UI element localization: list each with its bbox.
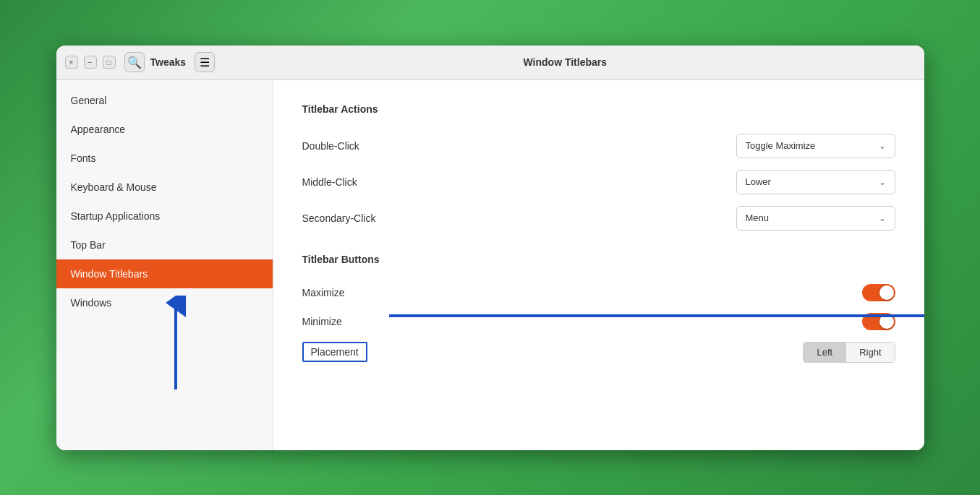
middle-click-label: Middle-Click (302, 176, 357, 188)
maximize-label: Maximize (302, 287, 345, 298)
dropdown-arrow-3: ⌄ (879, 213, 886, 223)
sidebar-item-top-bar[interactable]: Top Bar (56, 231, 273, 259)
app-title: Tweaks (150, 56, 187, 68)
hamburger-icon: ☰ (200, 56, 210, 69)
close-icon: × (69, 59, 74, 66)
sidebar-item-fonts[interactable]: Fonts (56, 144, 273, 173)
maximize-toggle[interactable] (862, 284, 895, 301)
titlebar: × − □ 🔍 Tweaks ☰ Window Titlebars (56, 46, 924, 80)
sidebar-item-general[interactable]: General (56, 86, 273, 115)
dropdown-arrow-1: ⌄ (879, 141, 886, 151)
minimize-button[interactable]: − (84, 56, 97, 69)
page-title: Window Titlebars (215, 56, 915, 68)
secondary-click-dropdown[interactable]: Menu ⌄ (736, 206, 895, 231)
placement-right-button[interactable]: Right (845, 343, 894, 362)
section-titlebar-buttons: Titlebar Buttons (302, 254, 895, 265)
double-click-dropdown[interactable]: Toggle Maximize ⌄ (736, 134, 895, 158)
window-controls: × − □ (65, 56, 116, 69)
middle-click-row: Middle-Click Lower ⌄ (302, 164, 895, 200)
content-area: Titlebar Actions Double-Click Toggle Max… (273, 80, 924, 450)
search-icon: 🔍 (127, 56, 142, 69)
close-button[interactable]: × (65, 56, 78, 69)
menu-button[interactable]: ☰ (195, 52, 215, 72)
placement-button-group: Left Right (803, 342, 895, 363)
sidebar: General Appearance Fonts Keyboard & Mous… (56, 80, 273, 450)
placement-label: Placement (302, 342, 367, 362)
maximize-icon: □ (106, 59, 111, 66)
minimize-icon: − (88, 59, 93, 66)
sidebar-item-appearance[interactable]: Appearance (56, 115, 273, 144)
sidebar-item-startup-applications[interactable]: Startup Applications (56, 202, 273, 231)
double-click-value: Toggle Maximize (746, 140, 816, 151)
main-window: × − □ 🔍 Tweaks ☰ Window Titlebars Genera… (56, 46, 924, 450)
section-titlebar-actions: Titlebar Actions (302, 103, 895, 115)
placement-row: Placement Left Right (302, 336, 895, 369)
main-content: General Appearance Fonts Keyboard & Mous… (56, 80, 924, 450)
middle-click-value: Lower (746, 176, 771, 187)
secondary-click-row: Secondary-Click Menu ⌄ (302, 200, 895, 236)
dropdown-arrow-2: ⌄ (879, 177, 886, 187)
sidebar-item-window-titlebars[interactable]: Window Titlebars (56, 259, 273, 288)
middle-click-dropdown[interactable]: Lower ⌄ (736, 170, 895, 194)
placement-left-button[interactable]: Left (804, 343, 845, 362)
double-click-row: Double-Click Toggle Maximize ⌄ (302, 128, 895, 164)
search-button[interactable]: 🔍 (124, 52, 145, 72)
double-click-label: Double-Click (302, 140, 359, 152)
maximize-button[interactable]: □ (103, 56, 116, 69)
secondary-click-value: Menu (746, 212, 770, 223)
horizontal-arrow (389, 301, 924, 330)
sidebar-item-keyboard-mouse[interactable]: Keyboard & Mouse (56, 173, 273, 202)
minimize-label: Minimize (302, 316, 342, 327)
secondary-click-label: Secondary-Click (302, 212, 376, 224)
